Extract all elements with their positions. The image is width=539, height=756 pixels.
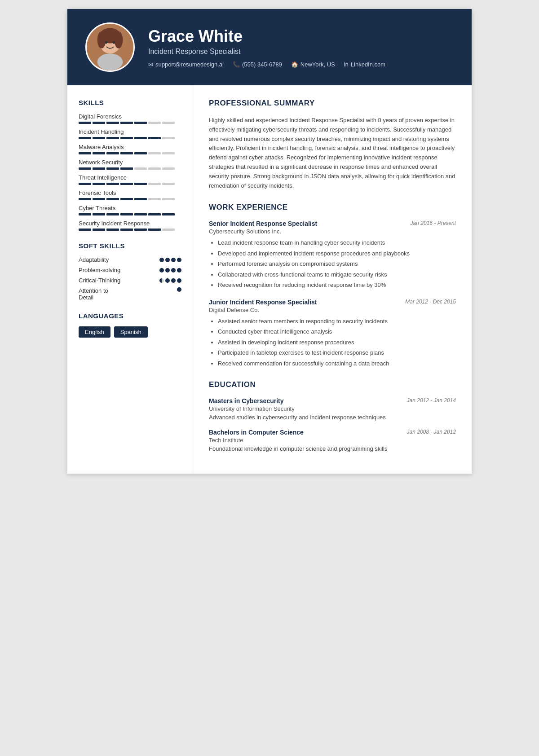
location-contact: 🏠 NewYork, US (291, 61, 335, 68)
skill-dash-empty (134, 167, 147, 170)
dot (165, 268, 170, 273)
svg-point-4 (114, 31, 123, 48)
skill-dash-filled (93, 167, 105, 170)
phone-icon: 📞 (233, 61, 240, 68)
skill-dash-filled (120, 183, 133, 185)
job-item: Senior Incident Response SpecialistJan 2… (209, 220, 456, 290)
skill-dash-filled (79, 213, 91, 215)
skill-dash-filled (106, 137, 119, 139)
skill-dash-filled (93, 213, 105, 215)
linkedin-contact: in LinkedIn.com (344, 61, 385, 68)
svg-point-7 (113, 41, 115, 44)
soft-skill-item: Attention toDetail (79, 287, 181, 301)
skill-dash-filled (106, 167, 119, 170)
skill-bar (79, 183, 181, 185)
job-header: Senior Incident Response SpecialistJan 2… (209, 220, 456, 227)
dot (177, 287, 181, 292)
skill-item: Network Security (79, 159, 181, 170)
soft-skill-name: Attention toDetail (79, 287, 108, 301)
dot (171, 268, 176, 273)
skill-dash-filled (93, 122, 105, 124)
skill-name: Incident Handling (79, 128, 181, 135)
skill-dash-filled (134, 198, 147, 200)
skill-dash-empty (148, 183, 161, 185)
skill-dash-filled (134, 229, 147, 231)
edu-school: Tech Institute (209, 437, 456, 444)
soft-skill-item: Adaptability (79, 256, 181, 263)
edu-dates: Jan 2012 - Jan 2014 (407, 397, 456, 404)
skill-item: Malware Analysis (79, 144, 181, 154)
skill-dash-filled (120, 229, 133, 231)
skill-dash-filled (148, 137, 161, 139)
skill-dash-filled (134, 183, 147, 185)
job-bullet: Lead incident response team in handling … (218, 238, 456, 247)
soft-skill-name: Problem-solving (79, 267, 120, 273)
soft-skill-item: Problem-solving (79, 267, 181, 273)
skill-dash-filled (120, 213, 133, 215)
skill-dash-filled (106, 183, 119, 185)
skill-dash-filled (162, 213, 175, 215)
edu-dates: Jan 2008 - Jan 2012 (407, 429, 456, 435)
work-experience-title: WORK EXPERIENCE (209, 203, 456, 214)
skill-dash-empty (162, 122, 175, 124)
job-bullet: Participated in tabletop exercises to te… (218, 348, 456, 357)
skill-name: Digital Forensics (79, 113, 181, 120)
skill-dash-filled (106, 213, 119, 215)
skill-item: Security Incident Response (79, 220, 181, 231)
skills-section-title: SKILLS (79, 99, 181, 106)
soft-skill-dots (177, 287, 181, 292)
skill-dash-filled (134, 122, 147, 124)
skill-dash-filled (120, 122, 133, 124)
skill-bar (79, 213, 181, 215)
skill-dash-filled (79, 229, 91, 231)
dot (171, 258, 176, 262)
education-title: EDUCATION (209, 380, 456, 391)
dot (171, 278, 176, 283)
edu-degree: Masters in Cybersecurity (209, 397, 284, 404)
job-bullet: Assisted senior team members in respondi… (218, 317, 456, 326)
skill-dash-filled (148, 229, 161, 231)
dot (177, 278, 181, 283)
skill-dash-filled (93, 183, 105, 185)
skill-bar (79, 198, 181, 200)
summary-section-title: PROFESSIONAL SUMMARY (209, 99, 456, 110)
skill-dash-filled (148, 213, 161, 215)
dot (177, 258, 181, 262)
soft-skill-name: Adaptability (79, 256, 109, 263)
right-column: PROFESSIONAL SUMMARY Highly skilled and … (193, 85, 472, 474)
svg-point-3 (97, 31, 106, 48)
skill-dash-filled (93, 198, 105, 200)
skill-dash-filled (120, 137, 133, 139)
soft-skill-item: Critical-Thinking (79, 277, 181, 284)
education-item: Masters in CybersecurityJan 2012 - Jan 2… (209, 397, 456, 421)
education-item: Bachelors in Computer ScienceJan 2008 - … (209, 429, 456, 452)
skill-dash-filled (93, 152, 105, 154)
resume-container: Grace White Incident Response Specialist… (67, 9, 472, 474)
language-tag: Spanish (114, 326, 148, 338)
job-item: Junior Incident Response SpecialistMar 2… (209, 299, 456, 368)
job-dates: Jan 2016 - Present (411, 220, 456, 226)
skill-dash-filled (134, 152, 147, 154)
svg-point-5 (97, 53, 123, 70)
skill-dash-filled (120, 167, 133, 170)
job-dates: Mar 2012 - Dec 2015 (405, 299, 456, 305)
job-bullet: Performed forensic analysis on compromis… (218, 259, 456, 268)
skill-dash-empty (162, 152, 175, 154)
skill-item: Digital Forensics (79, 113, 181, 124)
skill-item: Cyber Threats (79, 205, 181, 215)
avatar (85, 22, 135, 72)
header: Grace White Incident Response Specialist… (67, 9, 472, 85)
skill-bar (79, 122, 181, 124)
dot (159, 268, 164, 273)
left-column: SKILLS Digital ForensicsIncident Handlin… (67, 85, 193, 474)
dot (159, 258, 164, 262)
edu-degree: Bachelors in Computer Science (209, 429, 304, 436)
skill-item: Incident Handling (79, 128, 181, 139)
language-tag: English (79, 326, 110, 338)
skill-dash-filled (79, 152, 91, 154)
skill-dash-filled (106, 198, 119, 200)
edu-desc: Advanced studies in cybersecurity and in… (209, 414, 456, 421)
body: SKILLS Digital ForensicsIncident Handlin… (67, 85, 472, 474)
job-header: Junior Incident Response SpecialistMar 2… (209, 299, 456, 306)
svg-point-6 (105, 41, 108, 44)
